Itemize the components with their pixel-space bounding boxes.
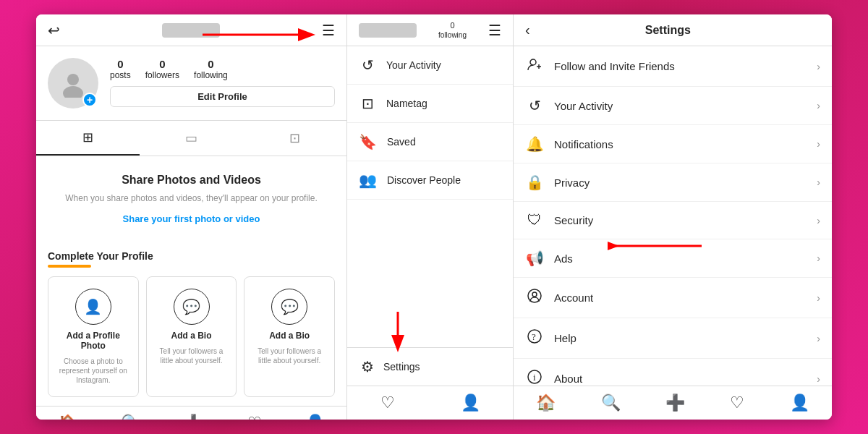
follow-friends-chevron: › xyxy=(817,61,820,72)
tab-row: ⊞ ▭ ⊡ xyxy=(36,120,346,156)
settings-label: Settings xyxy=(383,361,420,373)
heart-icon[interactable]: ♡ xyxy=(247,414,262,420)
username-blurred xyxy=(162,23,220,38)
add-photo-card[interactable]: 👤 Add a Profile Photo Choose a photo to … xyxy=(48,276,139,397)
about-label: About xyxy=(554,373,582,385)
svg-point-2 xyxy=(67,74,79,85)
menu-item-saved[interactable]: 🔖 Saved xyxy=(347,123,513,161)
settings-privacy[interactable]: 🔒 Privacy › xyxy=(514,163,832,202)
edit-profile-button[interactable]: Edit Profile xyxy=(110,86,335,107)
stats-row: 0 posts 0 followers 0 following xyxy=(110,58,335,80)
add-bio-icon-2: 💬 xyxy=(271,289,307,325)
settings-about[interactable]: i About › xyxy=(514,359,832,386)
saved-icon: 🔖 xyxy=(359,133,377,150)
add-bio-card-1[interactable]: 💬 Add a Bio Tell your followers a little… xyxy=(146,276,237,397)
settings-add-icon[interactable]: ➕ xyxy=(665,393,685,412)
settings-menu-item[interactable]: ⚙ Settings xyxy=(347,348,513,386)
profile-section: + 0 posts 0 followers 0 following xyxy=(36,46,346,120)
settings-home-icon[interactable]: 🏠 xyxy=(536,393,556,412)
bell-settings-icon: 🔔 xyxy=(525,135,544,153)
layout-icon: ▭ xyxy=(185,130,197,146)
security-chevron: › xyxy=(817,215,820,226)
activity-settings-label: Your Activity xyxy=(554,100,613,112)
security-label: Security xyxy=(554,214,593,226)
menu-items-list: ↺ Your Activity ⊡ Nametag 🔖 Saved 👥 Disc… xyxy=(347,46,513,347)
privacy-label: Privacy xyxy=(554,176,590,189)
settings-header: ‹ Settings xyxy=(514,14,832,46)
notifications-chevron: › xyxy=(817,138,820,150)
menu-hamburger-icon[interactable]: ☰ xyxy=(488,22,501,39)
privacy-chevron: › xyxy=(817,176,820,188)
settings-panel: ‹ Settings Follow and Invite Friends xyxy=(514,14,832,420)
shield-icon: 🛡 xyxy=(525,212,544,229)
activity-settings-icon: ↺ xyxy=(525,97,544,114)
menu-item-activity[interactable]: ↺ Your Activity xyxy=(347,46,513,85)
settings-title: Settings xyxy=(542,24,794,37)
discover-icon: 👥 xyxy=(359,171,377,189)
discover-label: Discover People xyxy=(387,174,461,186)
settings-bottom-nav: 🏠 🔍 ➕ ♡ 👤 xyxy=(514,386,832,420)
add-photo-icon: 👤 xyxy=(75,289,111,325)
posts-stat: 0 posts xyxy=(110,58,131,80)
hamburger-menu-icon[interactable]: ☰ xyxy=(322,22,335,39)
follow-friends-label: Follow and Invite Friends xyxy=(554,60,675,72)
settings-account[interactable]: Account › xyxy=(514,278,832,318)
settings-gear-icon: ⚙ xyxy=(359,358,376,375)
tab-layout[interactable]: ▭ xyxy=(140,121,243,156)
account-label: Account xyxy=(554,292,593,304)
svg-point-3 xyxy=(63,86,83,98)
settings-back-button[interactable]: ‹ xyxy=(525,22,530,38)
profile-header: ↩ ☰ xyxy=(36,14,346,46)
ads-chevron: › xyxy=(817,252,820,264)
activity-label: Your Activity xyxy=(386,59,441,71)
activity-chevron: › xyxy=(817,100,820,111)
settings-heart-icon[interactable]: ♡ xyxy=(730,393,744,412)
settings-notifications[interactable]: 🔔 Notifications › xyxy=(514,125,832,163)
svg-point-12 xyxy=(532,292,537,297)
back-history-icon[interactable]: ↩ xyxy=(48,22,60,39)
info-icon: i xyxy=(525,369,544,386)
settings-help[interactable]: ? Help › xyxy=(514,318,832,359)
settings-security[interactable]: 🛡 Security › xyxy=(514,202,832,239)
settings-follow-friends[interactable]: Follow and Invite Friends › xyxy=(514,46,832,87)
svg-text:i: i xyxy=(533,372,536,383)
svg-point-8 xyxy=(530,59,536,65)
menu-item-discover[interactable]: 👥 Discover People xyxy=(347,161,513,200)
profile-nav-icon[interactable]: 👤 xyxy=(461,393,480,412)
add-bio-icon-1: 💬 xyxy=(174,289,210,325)
settings-ads[interactable]: 📢 Ads › xyxy=(514,239,832,278)
ads-icon: 📢 xyxy=(525,250,544,267)
profile-stats: 0 posts 0 followers 0 following Edit Pro… xyxy=(110,58,335,107)
complete-profile-title: Complete Your Profile xyxy=(48,250,335,262)
add-photo-button[interactable]: + xyxy=(82,93,97,107)
tab-tagged[interactable]: ⊡ xyxy=(243,121,346,156)
profile-icon[interactable]: 👤 xyxy=(305,414,325,420)
add-bio-card-2[interactable]: 💬 Add a Bio Tell your followers a little… xyxy=(244,276,335,397)
share-link[interactable]: Share your first photo or video xyxy=(48,213,335,224)
menu-header: 0 following ☰ xyxy=(347,14,513,46)
complete-profile-section: Complete Your Profile 👤 Add a Profile Ph… xyxy=(36,242,346,406)
followers-stat: 0 followers xyxy=(145,58,179,80)
add-icon[interactable]: ➕ xyxy=(184,414,203,420)
avatar-container: + xyxy=(48,58,98,109)
tab-grid[interactable]: ⊞ xyxy=(36,121,140,156)
ads-label: Ads xyxy=(554,252,573,265)
share-content-area: Share Photos and Videos When you share p… xyxy=(36,156,346,242)
settings-search-icon[interactable]: 🔍 xyxy=(601,393,621,412)
complete-profile-cards: 👤 Add a Profile Photo Choose a photo to … xyxy=(48,276,335,397)
account-icon xyxy=(525,288,544,307)
svg-text:?: ? xyxy=(532,331,536,342)
menu-avatar-blurred xyxy=(359,23,417,38)
profile-bottom-nav: 🏠 🔍 ➕ ♡ 👤 xyxy=(36,406,346,420)
menu-item-nametag[interactable]: ⊡ Nametag xyxy=(347,85,513,123)
complete-profile-bar xyxy=(48,265,91,268)
heart-nav-icon[interactable]: ♡ xyxy=(380,393,395,412)
search-icon[interactable]: 🔍 xyxy=(121,414,140,420)
account-chevron: › xyxy=(817,292,820,304)
saved-label: Saved xyxy=(387,136,416,148)
lock-icon: 🔒 xyxy=(525,174,544,191)
menu-bottom-nav: ♡ 👤 xyxy=(347,386,513,420)
home-icon[interactable]: 🏠 xyxy=(58,414,77,420)
settings-activity[interactable]: ↺ Your Activity › xyxy=(514,87,832,125)
settings-profile-icon[interactable]: 👤 xyxy=(790,393,809,412)
